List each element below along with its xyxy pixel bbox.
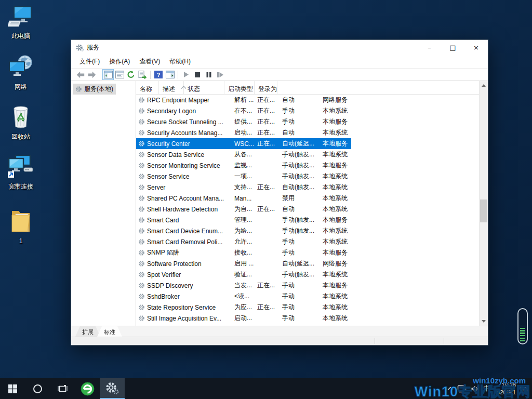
service-gear-icon xyxy=(138,206,145,212)
scrollbar-thumb[interactable] xyxy=(480,200,487,222)
column-header[interactable]: 描述 xyxy=(159,81,184,94)
service-row[interactable]: SshdBroker <读... 手动 本地系统 xyxy=(136,291,351,302)
service-gear-icon xyxy=(138,238,145,245)
pause-service-button[interactable] xyxy=(203,69,215,80)
desktop-icon-folder-1[interactable]: 1 xyxy=(1,208,41,245)
service-row[interactable]: RPC Endpoint Mapper 解析 ... 正在... 自动 网络服务 xyxy=(136,95,351,105)
menu-bar: 文件(F)操作(A)查看(V)帮助(H) xyxy=(71,55,488,68)
task-view-button[interactable] xyxy=(50,378,75,399)
sort-ascending-icon xyxy=(181,82,187,91)
action-center-icon[interactable] xyxy=(520,384,529,393)
desktop-icon-broadband[interactable]: 宽带连接 xyxy=(1,155,41,191)
vertical-scrollbar[interactable] xyxy=(479,81,488,326)
services-taskbar-button[interactable] xyxy=(100,378,125,399)
desktop-icon-network[interactable]: 网络 xyxy=(1,55,41,91)
restart-service-button[interactable] xyxy=(215,69,226,80)
show-action-pane-button[interactable] xyxy=(164,69,176,80)
service-name-cell: Smart Card Removal Poli... xyxy=(136,238,233,246)
service-description: 为应... xyxy=(233,303,256,312)
service-logon-as: 本地系统 xyxy=(321,194,351,203)
service-row[interactable]: Server 支持... 正在... 自动(触发... 本地系统 xyxy=(136,182,351,193)
service-row[interactable]: Security Accounts Manag... 启动... 正在... 自… xyxy=(136,127,351,138)
menu-item[interactable]: 查看(V) xyxy=(135,55,165,68)
service-row[interactable]: Shell Hardware Detection 为自... 正在... 自动 … xyxy=(136,204,351,215)
window-title: 服务 xyxy=(87,43,418,52)
service-row[interactable]: State Repository Service 为应... 正在... 手动 … xyxy=(136,302,351,313)
forward-button[interactable] xyxy=(86,69,98,80)
minimize-button[interactable]: – xyxy=(418,40,441,55)
service-row[interactable]: Spot Verifier 验证... 手动(触发... 本地系统 xyxy=(136,269,351,280)
service-name: Smart Card xyxy=(147,217,179,224)
service-logon-as: 本地服务 xyxy=(321,216,351,224)
show-console-tree-button[interactable] xyxy=(102,69,114,80)
column-header[interactable]: 启动类型 xyxy=(224,81,255,94)
tree-item-services-local[interactable]: 服务(本地) xyxy=(73,84,116,95)
column-header[interactable]: 登录为 xyxy=(255,81,277,94)
service-name: State Repository Service xyxy=(147,304,216,311)
service-name-cell: State Repository Service xyxy=(136,304,233,311)
service-gear-icon xyxy=(138,173,145,180)
service-logon-as: 本地服务 xyxy=(321,117,351,126)
service-row[interactable]: Security Center WSC... 正在... 自动(延迟... 本地… xyxy=(136,138,351,149)
start-service-button[interactable] xyxy=(180,69,192,80)
window-titlebar[interactable]: 服务 – □ × xyxy=(71,40,488,55)
service-row[interactable]: Sensor Service 一项... 手动(触发... 本地系统 xyxy=(136,171,351,182)
browser-button[interactable] xyxy=(75,378,100,399)
service-description: Man... xyxy=(233,195,256,202)
service-status: 正在... xyxy=(256,303,281,312)
stop-service-button[interactable] xyxy=(192,69,203,80)
service-description: 支持... xyxy=(233,183,256,192)
service-row[interactable]: Still Image Acquisition Ev... 启动... 手动 本… xyxy=(136,313,351,324)
help-button[interactable]: ? xyxy=(153,69,164,80)
scroll-down-button[interactable] xyxy=(480,317,488,326)
volume-tray-icon[interactable] xyxy=(471,385,480,393)
export-list-button[interactable] xyxy=(137,69,148,80)
tray-chevron-up-icon[interactable] xyxy=(447,387,454,391)
column-header[interactable]: 名称 xyxy=(136,81,159,94)
services-gear-icon xyxy=(75,86,82,92)
toolbar: ? xyxy=(71,68,488,81)
service-description: 提供... xyxy=(233,117,256,126)
service-row[interactable]: Smart Card Device Enum... 为给... 手动(触发...… xyxy=(136,225,351,236)
menu-item[interactable]: 文件(F) xyxy=(75,55,104,68)
scroll-up-button[interactable] xyxy=(480,81,488,90)
service-row[interactable]: Smart Card 管理... 手动(触发... 本地服务 xyxy=(136,215,351,225)
view-tab[interactable]: 扩展 xyxy=(75,326,100,337)
ime-indicator[interactable]: 中 xyxy=(483,384,490,393)
service-row[interactable]: SSDP Discovery 当发... 正在... 手动 本地服务 xyxy=(136,280,351,291)
service-startup-type: 手动 xyxy=(281,107,321,115)
service-description: 为给... xyxy=(233,227,256,235)
desktop-icon-label: 此电脑 xyxy=(11,32,30,41)
maximize-button[interactable]: □ xyxy=(441,40,464,55)
service-row[interactable]: Secondary Logon 在不... 正在... 手动 本地系统 xyxy=(136,105,351,116)
service-row[interactable]: Shared PC Account Mana... Man... 禁用 本地系统 xyxy=(136,193,351,204)
refresh-button[interactable] xyxy=(125,69,137,80)
menu-item[interactable]: 操作(A) xyxy=(104,55,135,68)
service-gear-icon xyxy=(138,184,145,191)
service-logon-as: 本地服务 xyxy=(321,281,351,290)
service-name-cell: SSDP Discovery xyxy=(136,282,233,289)
start-button[interactable] xyxy=(0,378,25,399)
service-row[interactable]: Software Protection 启用 ... 自动(延迟... 网络服务 xyxy=(136,258,351,269)
service-gear-icon xyxy=(138,293,145,300)
menu-item[interactable]: 帮助(H) xyxy=(165,55,195,68)
service-gear-icon xyxy=(138,195,145,202)
service-name-cell: Smart Card xyxy=(136,217,233,224)
clock[interactable]: 19:28 2020/9/1 xyxy=(494,381,516,396)
service-startup-type: 手动(触发... xyxy=(281,270,321,279)
desktop-icon-this-pc[interactable]: 此电脑 xyxy=(1,5,41,41)
service-row[interactable]: Sensor Monitoring Service 监视... 手动(触发...… xyxy=(136,160,351,171)
service-row[interactable]: Sensor Data Service 从各... 手动(触发... 本地系统 xyxy=(136,149,351,160)
search-button[interactable] xyxy=(25,378,50,399)
close-button[interactable]: × xyxy=(464,40,488,55)
back-button[interactable] xyxy=(75,69,86,80)
service-row[interactable]: Smart Card Removal Poli... 允许... 手动 本地系统 xyxy=(136,236,351,247)
network-tray-icon[interactable] xyxy=(457,385,467,393)
properties-button[interactable] xyxy=(114,69,125,80)
service-row[interactable]: SNMP 陷阱 接收... 手动 本地服务 xyxy=(136,247,351,258)
desktop-icon-recycle-bin[interactable]: 回收站 xyxy=(1,104,41,141)
view-tab[interactable]: 标准 xyxy=(97,326,122,337)
service-gear-icon xyxy=(138,217,145,223)
service-row[interactable]: Secure Socket Tunneling ... 提供... 正在... … xyxy=(136,116,351,127)
column-header[interactable]: 状态 xyxy=(184,81,224,94)
